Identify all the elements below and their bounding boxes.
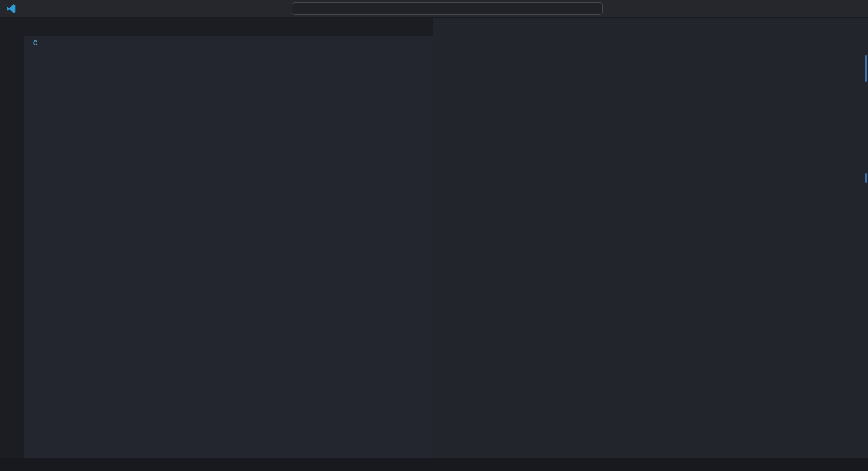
vscode-logo — [0, 4, 22, 14]
editor-tabs — [24, 18, 433, 36]
terminal-scrollbar-mark — [865, 173, 867, 183]
vscode-window: C — [0, 0, 868, 471]
editor-actions — [428, 18, 433, 36]
status-bar — [0, 458, 868, 471]
code-editor[interactable] — [24, 49, 433, 458]
activity-bar — [0, 18, 24, 458]
breadcrumb[interactable]: C — [24, 36, 433, 49]
code-content — [55, 49, 399, 458]
terminal-scrollbar-mark — [865, 55, 867, 82]
minimap[interactable] — [399, 49, 433, 458]
title-bar — [0, 0, 868, 18]
command-center-search[interactable] — [292, 2, 603, 15]
terminal[interactable] — [433, 36, 868, 458]
editor-group: C — [24, 18, 433, 458]
cpp-file-icon: C — [33, 40, 37, 46]
panel-header — [433, 18, 868, 36]
bottom-panel — [433, 18, 868, 458]
line-number-gutter — [24, 49, 55, 458]
